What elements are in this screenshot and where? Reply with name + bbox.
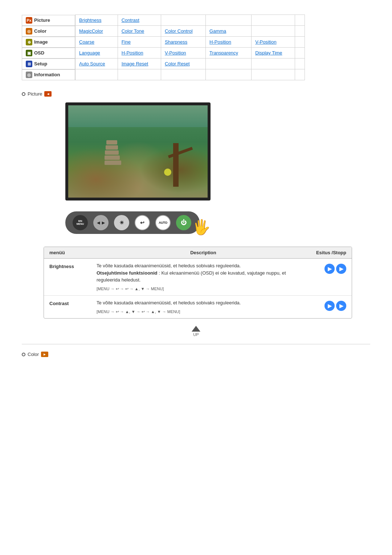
up-arrow-label: UP: [193, 332, 199, 337]
nav-cell-color-3[interactable]: Gamma: [206, 26, 252, 37]
nav-cell-image-3[interactable]: H-Position: [206, 37, 252, 48]
section-divider: [22, 344, 370, 344]
nav-menu-cell-osd: ▣OSD: [22, 48, 75, 58]
header-menu-col: menüü: [49, 250, 97, 255]
nav-cell-color-1[interactable]: Color Tone: [118, 26, 161, 37]
remote-bar: MNMENU ◄► ☀ ↩ AUTO ⏻: [65, 211, 200, 234]
tv-display: [65, 102, 211, 200]
remote-control-section: MNMENU ◄► ☀ ↩ AUTO ⏻ 🖐: [65, 211, 211, 236]
nav-cell-image-2[interactable]: Sharpness: [161, 37, 206, 48]
desc-table-header: menüü Description Esitus /Stopp: [44, 247, 352, 259]
desc-row-content-0: Te võite kasutada ekraanimenüüsid, et he…: [97, 262, 310, 292]
nav-cell-osd-3[interactable]: Transparency: [206, 48, 252, 58]
menu-label-image[interactable]: Image: [34, 39, 48, 45]
nav-menu-cell-setup: ⊞Setup: [22, 58, 75, 69]
desc-row-1: ContrastTe võite kasutada ekraanimenüüsi…: [44, 296, 352, 318]
nav-menu-cell-color: ◎Color: [22, 26, 75, 37]
header-action-col: Esitus /Stopp: [310, 250, 346, 255]
nav-cell-setup-2[interactable]: Color Reset: [161, 58, 206, 69]
tree-trunk: [173, 143, 179, 187]
up-arrow-button[interactable]: UP: [192, 326, 200, 337]
nav-cell-setup-3: [206, 58, 252, 69]
up-arrow-icon: [192, 326, 200, 332]
color-nav-next[interactable]: ►: [41, 352, 48, 357]
nav-cell-color-5: [295, 26, 305, 37]
nav-cell-image-0[interactable]: Coarse: [75, 37, 118, 48]
nav-cell-picture-0[interactable]: Brightness: [75, 15, 118, 26]
nav-cell-color-2[interactable]: Color Control: [161, 26, 206, 37]
desc-row-menu-1: Contrast: [49, 299, 97, 306]
action-stop-btn-1[interactable]: ▶: [336, 301, 346, 311]
nav-cell-information-3: [206, 69, 252, 80]
nav-cell-osd-4[interactable]: Display Time: [252, 48, 295, 58]
nav-cell-setup-0[interactable]: Auto Source: [75, 58, 118, 69]
menu-icon-information: ◎: [26, 72, 32, 78]
menu-icon-picture: Px: [26, 17, 32, 24]
menu-label-setup[interactable]: Setup: [34, 61, 47, 66]
menu-label-color[interactable]: Color: [34, 28, 46, 34]
nav-cell-picture-3: [206, 15, 252, 26]
navigation-table: PxPictureBrightnessContrast◎ColorMagicCo…: [22, 15, 305, 80]
nav-cell-picture-5: [295, 15, 305, 26]
hand-pointer-icon: 🖐: [192, 219, 211, 236]
remote-sun-btn[interactable]: ☀: [114, 215, 129, 230]
action-play-btn-0[interactable]: ▶: [324, 264, 335, 274]
nav-cell-information-0: [75, 69, 118, 80]
color-section-header: Color ►: [22, 352, 370, 357]
picture-section-label: Picture: [28, 91, 42, 97]
desc-row-action-1: ▶▶: [310, 299, 346, 311]
nav-cell-information-1: [118, 69, 161, 80]
nav-cell-osd-2[interactable]: V-Position: [161, 48, 206, 58]
nav-cell-osd-1[interactable]: H-Position: [118, 48, 161, 58]
nav-cell-image-5: [295, 37, 305, 48]
nav-cell-information-5: [295, 69, 305, 80]
menu-label-osd[interactable]: OSD: [34, 50, 44, 56]
color-section-label: Color: [28, 352, 39, 357]
nav-menu-cell-picture: PxPicture: [22, 15, 75, 26]
nav-cell-picture-1[interactable]: Contrast: [118, 15, 161, 26]
action-stop-btn-0[interactable]: ▶: [336, 264, 346, 274]
desc-row-action-0: ▶▶: [310, 262, 346, 274]
nav-menu-cell-image: ⊕Image: [22, 37, 75, 48]
pagoda: [105, 139, 119, 169]
remote-menu-btn[interactable]: MNMENU: [73, 215, 88, 230]
nav-cell-osd-0[interactable]: Language: [75, 48, 118, 58]
remote-brightness-btn[interactable]: ◄►: [93, 215, 109, 230]
nav-menu-cell-information: ◎Information: [22, 69, 75, 80]
desc-row-content-1: Te võite kasutada ekraanimenüüsid, et he…: [97, 299, 310, 315]
menu-icon-osd: ▣: [26, 50, 32, 56]
nav-cell-information-2: [161, 69, 206, 80]
menu-label-information[interactable]: Information: [34, 72, 60, 77]
action-play-btn-1[interactable]: ▶: [324, 301, 335, 311]
nav-cell-osd-5: [295, 48, 305, 58]
menu-icon-color: ◎: [26, 28, 32, 35]
picture-radio-icon: [22, 92, 25, 96]
nav-cell-information-4: [252, 69, 295, 80]
nav-cell-setup-4: [252, 58, 295, 69]
color-radio-icon: [22, 353, 25, 356]
nav-cell-setup-5: [295, 58, 305, 69]
remote-auto-btn[interactable]: AUTO: [155, 215, 171, 230]
description-table: menüü Description Esitus /Stopp Brightne…: [44, 247, 352, 319]
picture-section-header: Picture ◄: [22, 91, 370, 97]
tv-screen: [65, 102, 211, 200]
desc-row-0: BrightnessTe võite kasutada ekraanimenüü…: [44, 259, 352, 296]
menu-label-picture[interactable]: Picture: [34, 17, 50, 23]
nav-cell-picture-2: [161, 15, 206, 26]
nav-cell-image-4[interactable]: V-Position: [252, 37, 295, 48]
remote-enter-btn[interactable]: ↩: [135, 215, 150, 230]
yellow-ball: [164, 169, 171, 176]
nav-cell-picture-4: [252, 15, 295, 26]
up-arrow-section[interactable]: UP: [22, 326, 370, 337]
remote-power-btn[interactable]: ⏻: [176, 215, 191, 230]
menu-icon-setup: ⊞: [26, 61, 32, 67]
header-desc-col: Description: [97, 250, 310, 255]
desc-row-menu-0: Brightness: [49, 262, 97, 269]
nav-cell-color-4: [252, 26, 295, 37]
nav-cell-color-0[interactable]: MagicColor: [75, 26, 118, 37]
picture-nav-prev[interactable]: ◄: [44, 91, 52, 97]
sky-area: [68, 105, 208, 127]
nav-cell-image-1[interactable]: Fine: [118, 37, 161, 48]
menu-icon-image: ⊕: [26, 39, 32, 45]
nav-cell-setup-1[interactable]: Image Reset: [118, 58, 161, 69]
